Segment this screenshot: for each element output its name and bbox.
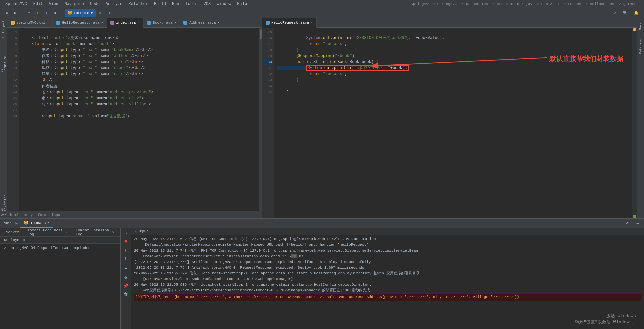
structure-icon[interactable]: 7: Structure: [1, 52, 7, 72]
build-button[interactable]: ⌨: [25, 9, 33, 17]
run-tab-tomcat[interactable]: 🐱 Tomcat8 ×: [20, 219, 53, 228]
notifications-button[interactable]: 🔔: [631, 9, 641, 17]
ok-marker: [633, 215, 636, 218]
menu-window[interactable]: Window: [214, 0, 234, 8]
menu-vcs[interactable]: VCS: [201, 0, 214, 8]
right-line-numbers: 25 26 27 28 29 30 31 32 33 34 35: [262, 28, 274, 218]
java-icon-2: [147, 21, 151, 25]
output-line-8: [D:\Java\servlet2\noteAndSorce\apache-to…: [134, 276, 641, 282]
menu-tools[interactable]: Tools: [183, 0, 200, 8]
output-header: Output: [131, 228, 644, 235]
menu-view[interactable]: View: [46, 0, 61, 8]
close-run-panel[interactable]: —: [634, 219, 641, 227]
menu-file[interactable]: SpringMVC: [3, 0, 30, 8]
breadcrumb-form[interactable]: form: [38, 213, 46, 217]
stop-button[interactable]: ■: [122, 238, 129, 245]
annotation-label: 默认直接帮我们封装数据: [549, 54, 623, 63]
close-hellorequest-right[interactable]: ×: [311, 21, 313, 25]
left-sidebar: 1: Project 7: Structure 2: Favorites Web: [0, 18, 7, 218]
run-config-debug[interactable]: ●: [106, 9, 113, 17]
output-line-2: .DefaultAnnotationHandlerMapping.registe…: [134, 242, 641, 248]
run-icon: ▶: [15, 221, 18, 225]
close-index-jsp[interactable]: ×: [138, 21, 140, 25]
close-run-tomcat[interactable]: ×: [47, 221, 50, 225]
localhost-log-tab[interactable]: Tomcat Localhost Log ×: [24, 228, 71, 237]
filter-button[interactable]: ≡: [122, 266, 129, 273]
breadcrumb: html › body › form › input: [7, 211, 262, 218]
java-icon-1: [56, 21, 60, 25]
tab-hellorequest-java-left[interactable]: HelloRequest.java ×: [53, 18, 107, 28]
menu-build[interactable]: Build: [151, 0, 169, 8]
close-localhost-log[interactable]: ×: [65, 230, 68, 234]
close-address-java[interactable]: ×: [218, 21, 220, 25]
settings-output-button[interactable]: ⚙: [122, 274, 129, 281]
menu-analyze[interactable]: Analyze: [103, 0, 125, 8]
tomcat-config[interactable]: 🐱 Tomcat8 ▼: [65, 9, 96, 17]
back-button[interactable]: ◀: [3, 9, 10, 17]
check-icon: ✔: [4, 245, 6, 250]
close-book-java[interactable]: ×: [174, 21, 177, 25]
favorites-icon[interactable]: 2: Favorites: [1, 191, 7, 211]
database-label[interactable]: Database: [639, 39, 642, 54]
debug-button[interactable]: ●: [43, 9, 51, 17]
left-scrollbar[interactable]: [259, 28, 262, 211]
deployment-panel: Server Tomcat Localhost Log × Tomcat Cat…: [0, 228, 121, 329]
scroll-up-button[interactable]: ↑: [122, 255, 129, 262]
output-line-6: [2022-05-20 03:21:47,764] Artifact sprin…: [134, 265, 641, 271]
settings-button[interactable]: ⚙: [611, 9, 619, 17]
run-button[interactable]: ▶: [34, 9, 42, 17]
coverage-button[interactable]: ■: [52, 9, 59, 17]
breadcrumb-html[interactable]: html: [10, 213, 19, 217]
breadcrumb-body[interactable]: body: [24, 213, 33, 217]
menu-refactor[interactable]: Refactor: [126, 0, 151, 8]
server-tabs: Server Tomcat Localhost Log × Tomcat Cat…: [0, 228, 120, 237]
web-icon[interactable]: Web: [1, 212, 7, 218]
tab-address-java[interactable]: Address.java ×: [180, 18, 223, 28]
tab-book-java[interactable]: Book.java ×: [144, 18, 180, 28]
output-content[interactable]: 20-May-2022 15:21:47.632 信息 [RMI TCP Con…: [131, 235, 644, 329]
close-springmvc-xml[interactable]: ×: [47, 21, 49, 25]
scroll-to-end-button[interactable]: ↓: [122, 246, 129, 254]
pin-button[interactable]: 📌: [122, 282, 129, 290]
right-editor-tabs: HelloRequest.java ×: [262, 18, 637, 28]
deployment-header: Deployment: [0, 237, 120, 244]
clear-button[interactable]: 🗑: [122, 291, 129, 298]
run-toolbar-buttons: ↺ ■ ↓ ↑ ≡ ⚙ 📌 🗑: [121, 228, 131, 329]
project-icon[interactable]: 1: Project: [1, 19, 7, 40]
separator-1: [22, 10, 22, 16]
restart-button[interactable]: ↺: [122, 229, 129, 237]
tab-springmvc-xml[interactable]: springMVC.xml ×: [7, 18, 53, 28]
menu-code[interactable]: Code: [87, 0, 102, 8]
menu-help[interactable]: Help: [234, 0, 250, 8]
left-code-content[interactable]: <a href="hello">测试?username=Tom</a> <for…: [19, 28, 259, 211]
left-editor-tabs: springMVC.xml × HelloRequest.java × inde…: [7, 18, 262, 28]
tab-index-jsp[interactable]: index.jsp ×: [107, 18, 144, 28]
output-line-1: 20-May-2022 15:21:47.632 信息 [RMI TCP Con…: [134, 236, 641, 242]
settings-run-button[interactable]: ⚙: [624, 219, 631, 227]
separator-2: [62, 10, 62, 16]
title-path: SpringMVC > springMVC-04-RequestTest > s…: [411, 2, 639, 6]
windows-activation: 激活 Windows 转到"设置"以激活 Windows。: [575, 313, 636, 325]
tab-hellorequest-java-right[interactable]: HelloRequest.java ×: [262, 18, 317, 28]
menu-run[interactable]: Run: [169, 0, 182, 8]
far-right-sidebar: Maven Database: [637, 18, 644, 218]
server-tab[interactable]: Server: [3, 228, 23, 237]
search-button[interactable]: 🔍: [620, 9, 630, 17]
menu-bar: SpringMVC Edit View Navigate Code Analyz…: [0, 0, 644, 8]
output-line-3: 20-May-2022 15:21:47.748 信息 [RMI TCP Con…: [134, 248, 641, 254]
maven-label[interactable]: Maven: [639, 21, 642, 30]
menu-edit[interactable]: Edit: [31, 0, 46, 8]
close-catalina-log[interactable]: ×: [112, 230, 114, 234]
breadcrumb-input[interactable]: input: [51, 213, 62, 217]
separator-3: [116, 10, 116, 16]
run-config-run[interactable]: ▶: [97, 9, 105, 17]
menu-navigate[interactable]: Navigate: [62, 0, 87, 8]
forward-button[interactable]: ▶: [12, 9, 19, 17]
close-hellorequest[interactable]: ×: [101, 21, 104, 25]
catalina-log-tab[interactable]: Tomcat Catalina Log ×: [72, 228, 118, 237]
dropdown-icon: ▼: [91, 11, 93, 15]
java-icon-3: [183, 21, 187, 25]
xml-icon: [11, 21, 15, 25]
left-line-numbers: 14 15 16 17 18 19 20 21 22 23 24 25 26 2…: [7, 28, 19, 211]
warning-marker: [633, 28, 636, 31]
